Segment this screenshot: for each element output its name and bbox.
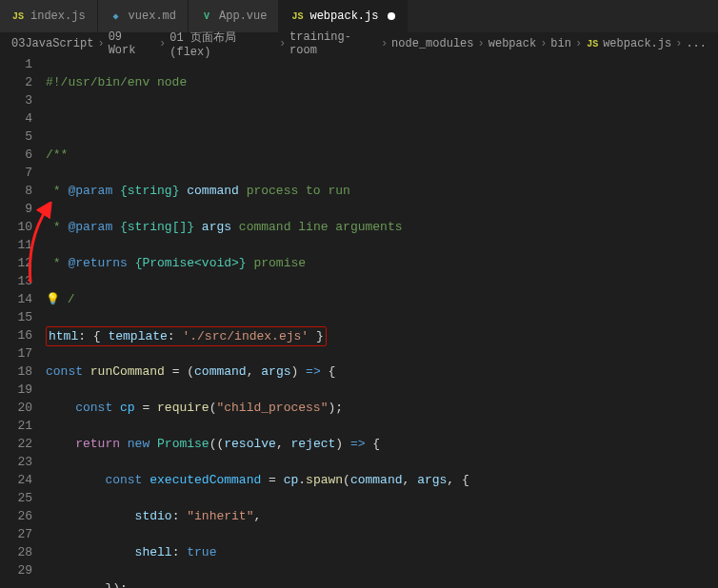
- breadcrumb[interactable]: 03JavaScript› 09 Work› 01 页面布局(flex)› tr…: [0, 33, 718, 54]
- md-icon: ◆: [110, 10, 123, 23]
- error-highlight: html: { template: './src/index.ejs' }: [46, 326, 327, 346]
- crumb-tail[interactable]: ...: [686, 37, 707, 50]
- tab-label: App.vue: [219, 10, 267, 23]
- crumb[interactable]: 03JavaScript: [11, 37, 93, 50]
- crumb[interactable]: 09 Work: [109, 30, 155, 57]
- crumb[interactable]: node_modules: [391, 37, 473, 50]
- code-editor[interactable]: 1234567891011121314151617181920212223242…: [0, 54, 718, 588]
- vue-icon: V: [200, 10, 213, 23]
- tab-vuex-md[interactable]: ◆ vuex.md: [98, 0, 189, 32]
- tab-index-js[interactable]: JS index.js: [0, 0, 98, 32]
- tab-webpack-js[interactable]: JS webpack.js: [279, 0, 408, 32]
- crumb-file[interactable]: JSwebpack.js: [586, 37, 671, 50]
- tab-label: webpack.js: [309, 10, 378, 23]
- chevron-right-icon: ›: [97, 37, 104, 50]
- crumb[interactable]: training-room: [289, 30, 377, 57]
- js-icon: JS: [586, 37, 599, 50]
- chevron-right-icon: ›: [540, 37, 547, 50]
- crumb[interactable]: bin: [550, 37, 571, 50]
- chevron-right-icon: ›: [381, 37, 388, 50]
- chevron-right-icon: ›: [159, 37, 166, 50]
- dirty-indicator-icon: [388, 12, 395, 20]
- chevron-right-icon: ›: [478, 37, 485, 50]
- tab-label: vuex.md: [129, 10, 176, 23]
- js-icon: JS: [290, 10, 304, 23]
- code-content[interactable]: #!/usr/bin/env node /** * @param {string…: [46, 54, 718, 588]
- tab-app-vue[interactable]: V App.vue: [189, 0, 279, 32]
- chevron-right-icon: ›: [575, 37, 582, 50]
- lightbulb-icon[interactable]: 💡: [46, 293, 60, 306]
- chevron-right-icon: ›: [279, 37, 286, 50]
- js-icon: JS: [11, 10, 25, 23]
- tab-bar: JS index.js ◆ vuex.md V App.vue JS webpa…: [0, 0, 718, 33]
- tab-label: index.js: [30, 10, 86, 23]
- chevron-right-icon: ›: [675, 37, 682, 50]
- line-number-gutter: 1234567891011121314151617181920212223242…: [0, 54, 46, 588]
- crumb[interactable]: webpack: [489, 37, 536, 50]
